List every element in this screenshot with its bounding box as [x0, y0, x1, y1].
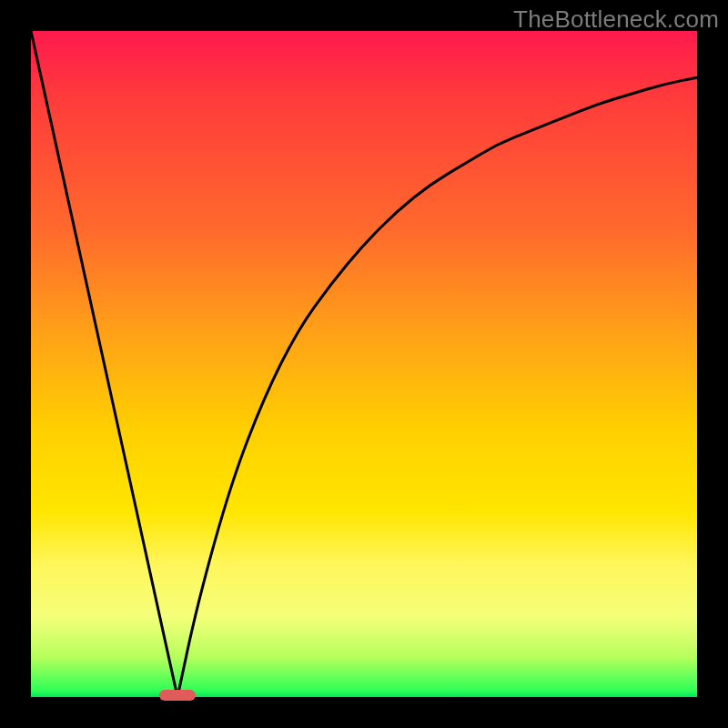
watermark-text: TheBottleneck.com [513, 5, 719, 34]
plot-area [31, 31, 697, 697]
min-marker-pill [159, 690, 196, 701]
curve-svg [31, 31, 697, 697]
curve-path [31, 31, 697, 697]
chart-frame: TheBottleneck.com [0, 0, 728, 728]
